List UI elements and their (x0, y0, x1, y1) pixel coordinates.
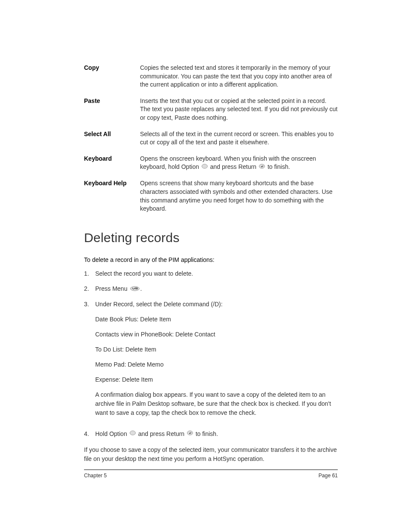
definition-term: Copy (84, 64, 140, 89)
svg-point-2 (130, 286, 139, 291)
step3-confirm: A confirmation dialog box appears. If yo… (95, 390, 338, 417)
option-key-icon (202, 163, 208, 172)
definitions-table: Copy Copies the selected text and stores… (84, 64, 338, 213)
svg-point-5 (130, 431, 135, 435)
step4-pre: Hold Option (95, 430, 129, 437)
step-body: Under Record, select the Delete command … (95, 300, 338, 423)
document-page: Copy Copies the selected text and stores… (0, 0, 411, 464)
step-text: Press Menu . (95, 284, 338, 294)
svg-point-0 (202, 164, 207, 168)
page-footer: Chapter 5 Page 61 (84, 470, 338, 479)
return-key-icon (259, 163, 265, 172)
step-number: 1. (84, 269, 95, 278)
sub-item: Contacts view in PhoneBook: Delete Conta… (95, 330, 338, 339)
section-heading: Deleting records (84, 230, 338, 245)
definition-description: Opens the onscreen keyboard. When you fi… (140, 155, 338, 172)
keyboard-desc-post: to finish. (266, 163, 290, 170)
definition-row: Copy Copies the selected text and stores… (84, 64, 338, 89)
menu-key-icon (130, 285, 140, 294)
footer-page: Page 61 (318, 473, 338, 479)
definition-row: Select All Selects all of the text in th… (84, 130, 338, 147)
sub-item: Memo Pad: Delete Memo (95, 360, 338, 369)
svg-point-6 (187, 431, 193, 435)
definition-row: Keyboard Help Opens screens that show ma… (84, 179, 338, 213)
step-item: 2. Press Menu . (84, 284, 338, 294)
section-intro: To delete a record in any of the PIM app… (84, 256, 338, 263)
step-item: 3. Under Record, select the Delete comma… (84, 300, 338, 423)
keyboard-desc-mid: and press Return (209, 163, 258, 170)
step-text: Hold Option and press Return to finish. (95, 429, 338, 439)
step4-mid: and press Return (137, 430, 186, 437)
return-key-icon (187, 429, 193, 439)
definition-description: Copies the selected text and stores it t… (140, 64, 338, 89)
definition-term: Select All (84, 130, 140, 147)
step-number: 2. (84, 284, 95, 294)
step-item: 4. Hold Option and press Return to finis… (84, 429, 338, 439)
step-number: 4. (84, 429, 95, 439)
definition-term: Keyboard (84, 155, 140, 172)
sub-item: To Do List: Delete Item (95, 345, 338, 354)
option-key-icon (130, 429, 136, 439)
step4-post: to finish. (194, 430, 218, 437)
sub-item: Expense: Delete Item (95, 375, 338, 384)
definition-row: Keyboard Opens the onscreen keyboard. Wh… (84, 155, 338, 172)
definition-term: Paste (84, 97, 140, 122)
steps-list: 1. Select the record you want to delete.… (84, 269, 338, 439)
definition-row: Paste Inserts the text that you cut or c… (84, 97, 338, 122)
definition-description: Opens screens that show many keyboard sh… (140, 179, 338, 213)
step3-sub-items: Date Book Plus: Delete Item Contacts vie… (95, 315, 338, 417)
definition-term: Keyboard Help (84, 179, 140, 213)
footer-chapter: Chapter 5 (84, 473, 107, 479)
step2-pre: Press Menu (95, 285, 129, 292)
sub-item: Date Book Plus: Delete Item (95, 315, 338, 324)
definition-description: Selects all of the text in the current r… (140, 130, 338, 147)
step3-lead: Under Record, select the Delete command … (95, 301, 223, 308)
closing-paragraph: If you choose to save a copy of the sele… (84, 445, 338, 464)
step-number: 3. (84, 300, 95, 423)
step-item: 1. Select the record you want to delete. (84, 269, 338, 278)
step2-post: . (140, 285, 142, 292)
definition-description: Inserts the text that you cut or copied … (140, 97, 338, 122)
svg-point-1 (259, 164, 265, 168)
step-text: Select the record you want to delete. (95, 269, 338, 278)
